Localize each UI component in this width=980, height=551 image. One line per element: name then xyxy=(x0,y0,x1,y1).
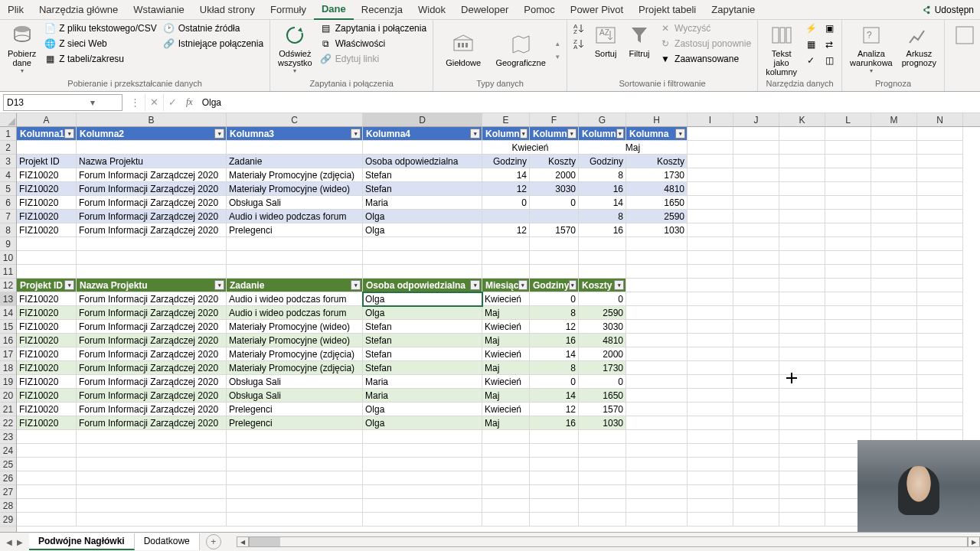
cell[interactable] xyxy=(779,155,825,168)
cell[interactable]: Stefan xyxy=(363,361,482,375)
cell[interactable] xyxy=(733,210,779,223)
cell[interactable] xyxy=(825,292,871,306)
cell[interactable] xyxy=(871,403,917,416)
cell[interactable] xyxy=(825,375,871,389)
forecast-sheet-button[interactable]: Arkusz prognozy xyxy=(899,21,939,69)
cell[interactable] xyxy=(363,444,482,458)
cell[interactable]: Prelegenci xyxy=(227,223,363,237)
cell[interactable] xyxy=(482,265,530,279)
from-text-csv-button[interactable]: 📄Z pliku tekstowego/CSV xyxy=(42,21,158,35)
tab-plik[interactable]: Plik xyxy=(0,0,31,20)
cell[interactable] xyxy=(779,196,825,210)
cell[interactable] xyxy=(917,168,963,182)
cell[interactable] xyxy=(733,444,779,458)
cell[interactable]: Audio i wideo podczas forum xyxy=(227,292,363,306)
cell[interactable] xyxy=(733,251,779,265)
cell[interactable]: 2590 xyxy=(579,306,626,320)
cell[interactable] xyxy=(626,444,688,458)
cell[interactable]: 12 xyxy=(530,403,579,416)
cell[interactable] xyxy=(579,513,626,527)
cell[interactable]: FIZ10020 xyxy=(17,182,77,196)
cell[interactable] xyxy=(825,403,871,416)
cell[interactable] xyxy=(871,223,917,237)
cell[interactable] xyxy=(733,430,779,444)
tab-pomoc[interactable]: Pomoc xyxy=(516,0,562,20)
cell[interactable]: Maria xyxy=(363,196,482,210)
queries-connections-button[interactable]: ▤Zapytania i połączenia xyxy=(318,21,428,35)
cell[interactable] xyxy=(17,237,77,251)
row-header-21[interactable]: 21 xyxy=(0,403,16,416)
cell[interactable]: Maj xyxy=(482,334,530,347)
cell[interactable] xyxy=(825,168,871,182)
cell[interactable]: Kwiecień xyxy=(482,320,530,334)
col-header-N[interactable]: N xyxy=(917,113,963,126)
cell[interactable] xyxy=(779,210,825,223)
cell[interactable] xyxy=(626,347,688,361)
cell[interactable]: Materiały Promocyjne (zdjęcia) xyxy=(227,168,363,182)
cell[interactable] xyxy=(871,416,917,430)
cell[interactable] xyxy=(626,306,688,320)
cell[interactable] xyxy=(77,141,227,155)
cell[interactable]: 1650 xyxy=(626,196,688,210)
col-header-E[interactable]: E xyxy=(482,113,530,126)
cell[interactable] xyxy=(626,265,688,279)
cell[interactable] xyxy=(733,485,779,499)
cell[interactable] xyxy=(871,320,917,334)
cell[interactable] xyxy=(825,265,871,279)
cell[interactable]: Olga xyxy=(363,210,482,223)
row-header-12[interactable]: 12 xyxy=(0,279,16,292)
col-header-I[interactable]: I xyxy=(688,113,733,126)
cell[interactable] xyxy=(733,141,779,155)
sheet-nav-prev[interactable]: ◀ xyxy=(6,538,12,546)
row-header-10[interactable]: 10 xyxy=(0,251,16,265)
col-header-A[interactable]: A xyxy=(17,113,77,126)
cell[interactable] xyxy=(626,416,688,430)
flash-fill-button[interactable]: ⚡ xyxy=(803,21,818,35)
tab-projekt-tabeli[interactable]: Projekt tabeli xyxy=(631,0,704,20)
row-header-20[interactable]: 20 xyxy=(0,389,16,403)
cell[interactable]: Kwiecień xyxy=(482,403,530,416)
cell[interactable]: Kwiecień xyxy=(482,375,530,389)
remove-dup-button[interactable]: ▦ xyxy=(803,37,818,51)
cell[interactable] xyxy=(482,444,530,458)
cell[interactable]: Olga xyxy=(363,223,482,237)
cell[interactable]: Godziny xyxy=(482,155,530,168)
cell[interactable]: 0 xyxy=(530,196,579,210)
cell[interactable] xyxy=(688,320,733,334)
cell[interactable] xyxy=(779,237,825,251)
cell[interactable] xyxy=(733,361,779,375)
cell[interactable]: FIZ10020 xyxy=(17,403,77,416)
row-header-29[interactable]: 29 xyxy=(0,513,16,527)
cell[interactable] xyxy=(482,471,530,485)
cell[interactable]: Forum Informacji Zarządczej 2020 xyxy=(77,389,227,403)
cell[interactable] xyxy=(779,375,825,389)
cell[interactable] xyxy=(626,361,688,375)
cell[interactable] xyxy=(688,403,733,416)
cell[interactable] xyxy=(733,513,779,527)
from-web-button[interactable]: 🌐Z sieci Web xyxy=(42,37,158,51)
col-header-K[interactable]: K xyxy=(779,113,825,126)
scroll-left-icon[interactable]: ◀ xyxy=(237,536,249,547)
cell[interactable] xyxy=(227,430,363,444)
cell[interactable]: FIZ10020 xyxy=(17,375,77,389)
cell[interactable] xyxy=(626,334,688,347)
cell[interactable]: Kolumna▾ xyxy=(626,127,688,141)
cell[interactable] xyxy=(227,513,363,527)
cell[interactable]: Materiały Promocyjne (wideo) xyxy=(227,320,363,334)
cell[interactable] xyxy=(530,237,579,251)
cell[interactable] xyxy=(77,485,227,499)
whatif-button[interactable]: ? Analiza warunkowa ▾ xyxy=(847,21,896,76)
cell[interactable]: Forum Informacji Zarządczej 2020 xyxy=(77,334,227,347)
cell[interactable]: Koszty▾ xyxy=(579,279,626,292)
cell[interactable]: 1570 xyxy=(579,403,626,416)
accept-formula-button[interactable]: ✓ xyxy=(163,94,181,111)
cell[interactable]: FIZ10020 xyxy=(17,347,77,361)
sort-desc-button[interactable]: ZA xyxy=(572,37,587,51)
cell[interactable] xyxy=(733,416,779,430)
cell[interactable]: Forum Informacji Zarządczej 2020 xyxy=(77,196,227,210)
cell[interactable] xyxy=(579,499,626,513)
cell[interactable] xyxy=(871,361,917,375)
cell[interactable] xyxy=(917,334,963,347)
cell[interactable] xyxy=(733,306,779,320)
cell[interactable] xyxy=(733,292,779,306)
